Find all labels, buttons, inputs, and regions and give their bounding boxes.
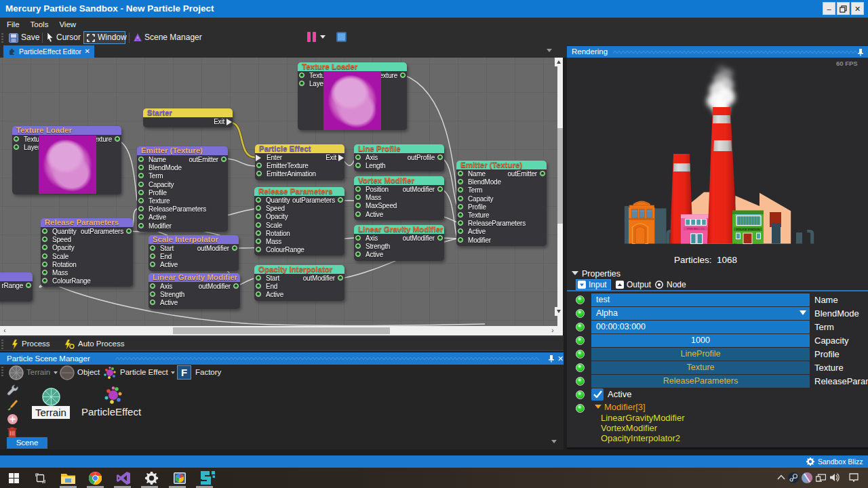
svg-text:FIVE BELL CO: FIVE BELL CO: [687, 228, 704, 230]
svg-text:POLICE STATION: POLICE STATION: [736, 228, 760, 231]
